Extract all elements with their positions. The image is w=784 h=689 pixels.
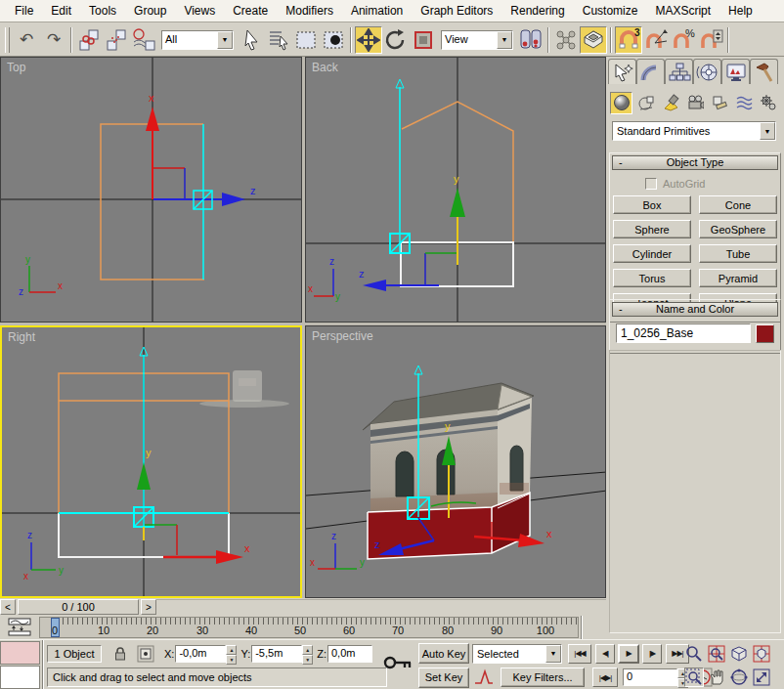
z-coordinate-field[interactable]: 0,0m [327,645,372,663]
viewport-back[interactable]: Back y z z [305,57,606,323]
menu-rendering[interactable]: Rendering [501,1,573,21]
previous-frame-button[interactable]: ◀| [595,644,615,664]
tab-modify[interactable] [636,59,665,84]
menu-group[interactable]: Group [125,1,175,21]
menu-help[interactable]: Help [719,1,762,21]
select-and-manipulate-button[interactable] [552,26,580,54]
y-coordinate-field[interactable]: -5,5m [251,645,302,663]
box-button[interactable]: Box [613,195,691,214]
menu-views[interactable]: Views [175,1,224,21]
transform-gizmo-key-icon[interactable] [383,654,414,671]
bind-to-space-warp-button[interactable] [130,26,157,54]
menu-tools[interactable]: Tools [80,1,125,21]
select-object-button[interactable] [238,26,265,54]
time-slider-handle[interactable]: 0 / 100 [18,599,139,615]
viewport-perspective[interactable]: Perspective [305,325,606,598]
viewport-right-label[interactable]: Right [8,330,35,344]
region-zoom-button[interactable] [684,667,704,687]
pan-button[interactable] [707,667,726,687]
key-mode-toggle-button[interactable]: |◀▶| [592,667,618,687]
menu-graph-editors[interactable]: Graph Editors [412,1,501,21]
autogrid-checkbox[interactable] [645,178,657,190]
tab-motion[interactable] [693,59,721,84]
select-and-scale-button[interactable] [410,26,437,54]
zoom-button[interactable] [684,644,704,664]
menu-customize[interactable]: Customize [574,1,647,21]
angle-snap-toggle-button[interactable] [642,26,670,54]
maximize-viewport-toggle-button[interactable] [752,667,771,687]
window-crossing-toggle-button[interactable] [320,26,347,54]
go-to-start-button[interactable]: |◀◀ [568,644,591,664]
use-pivot-point-center-button[interactable] [517,26,544,54]
object-name-input[interactable]: 1_0256_Base [616,323,751,343]
current-frame-field[interactable]: 0 [623,668,677,686]
object-type-rollout-header[interactable]: - Object Type [612,155,778,170]
key-filters-button[interactable]: Key Filters... [501,667,585,687]
viewport-back-label[interactable]: Back [312,61,338,74]
toolbar-drag-handle[interactable] [5,27,10,53]
torus-button[interactable]: Torus [613,269,691,287]
menu-create[interactable]: Create [224,1,277,21]
key-mode-combo[interactable]: Selected ▼ [472,644,562,664]
time-slider-next-button[interactable]: > [141,599,156,615]
mini-curve-editor-icon[interactable] [7,618,34,637]
select-and-rotate-button[interactable] [382,26,410,54]
timeline-ruler[interactable]: 0 10 20 30 40 50 60 70 80 90 100 [39,617,579,638]
category-cameras[interactable] [683,92,706,114]
viewport-perspective-label[interactable]: Perspective [312,329,373,343]
default-tangent-curve-icon[interactable] [473,667,495,687]
unlink-selection-button[interactable] [103,26,130,54]
tube-button[interactable]: Tube [699,244,777,263]
zoom-all-button[interactable] [707,644,726,664]
tab-hierarchy[interactable] [665,59,693,84]
menu-modifiers[interactable]: Modifiers [277,1,342,21]
maxscript-mini-listener-macro[interactable] [0,641,40,665]
primitive-category-combo[interactable]: Standard Primitives ▼ [612,121,776,141]
snaps-toggle-button[interactable]: 3 [615,26,642,54]
time-slider-prev-button[interactable]: < [0,599,16,615]
x-coordinate-field[interactable]: -0,0m [175,645,226,663]
tab-utilities[interactable] [750,59,778,84]
category-lights[interactable] [659,92,681,114]
x-spinner[interactable]: ▲▼ [226,645,237,663]
time-slider-track[interactable] [156,599,606,615]
category-space-warps[interactable] [732,92,755,114]
viewport-right[interactable]: Right y [0,325,302,598]
play-button[interactable]: ▶ [618,644,639,664]
y-spinner[interactable]: ▲▼ [302,645,313,663]
viewport-top-label[interactable]: Top [7,61,25,74]
name-color-rollout-header[interactable]: - Name and Color [612,302,778,317]
category-geometry[interactable] [610,92,632,114]
category-helpers[interactable] [708,92,730,114]
keyboard-shortcut-override-button[interactable] [580,26,607,54]
spinner-snap-toggle-button[interactable] [697,26,724,54]
auto-key-button[interactable]: Auto Key [418,643,469,664]
chevron-down-icon[interactable]: ▼ [497,31,512,49]
undo-button[interactable]: ↶ [13,26,40,54]
chevron-down-icon[interactable]: ▼ [545,645,561,663]
object-color-swatch[interactable] [756,324,774,343]
next-frame-button[interactable]: |▶ [642,644,662,664]
sphere-button[interactable]: Sphere [613,220,691,238]
zoom-extents-button[interactable] [729,644,749,664]
chevron-down-icon[interactable]: ▼ [217,31,233,49]
geosphere-button[interactable]: GeoSphere [699,220,777,238]
menu-file[interactable]: File [6,1,42,21]
pyramid-button[interactable]: Pyramid [699,269,777,287]
zoom-extents-all-button[interactable] [752,644,771,664]
cone-button[interactable]: Cone [699,195,777,214]
arc-rotate-button[interactable] [729,667,749,687]
selection-lock-icon[interactable] [113,646,127,662]
selection-filter-combo[interactable]: All ▼ [161,30,234,50]
viewport-top[interactable]: Top x z y z [0,57,302,323]
select-and-link-button[interactable] [75,26,103,54]
select-and-move-button[interactable] [355,26,382,54]
set-key-button[interactable]: Set Key [418,667,469,688]
tab-create[interactable] [608,59,636,84]
category-shapes[interactable] [634,92,657,114]
rectangular-selection-region-button[interactable] [292,26,320,54]
chevron-down-icon[interactable]: ▼ [760,122,775,140]
category-systems[interactable] [757,92,779,114]
tab-display[interactable] [721,59,750,84]
redo-button[interactable]: ↷ [40,26,67,54]
